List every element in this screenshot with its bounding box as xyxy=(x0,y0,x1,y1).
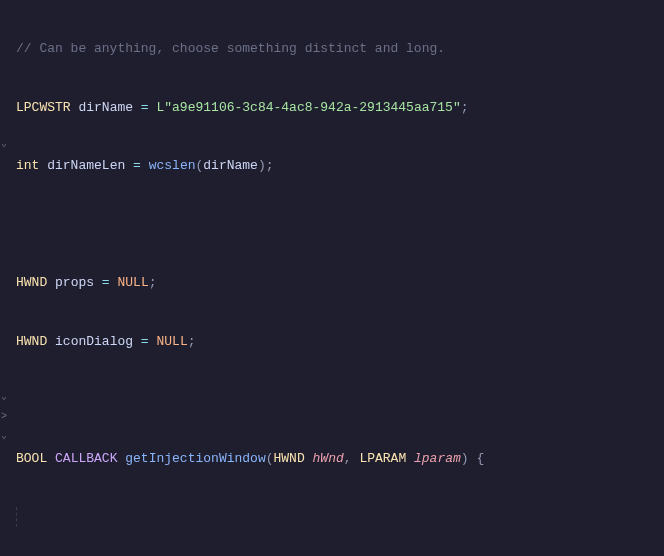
type-token: LPCWSTR xyxy=(16,98,71,118)
code-line[interactable]: // Can be anything, choose something dis… xyxy=(16,39,664,59)
code-line[interactable]: HWND props = NULL; xyxy=(16,273,664,293)
operator: = xyxy=(102,273,110,293)
type-token: HWND xyxy=(16,332,47,352)
code-line[interactable]: int dirNameLen = wcslen(dirName); xyxy=(16,156,664,176)
code-content[interactable]: // Can be anything, choose something dis… xyxy=(14,0,664,556)
operator: = xyxy=(141,98,149,118)
fold-chevron-icon[interactable]: ⌄ xyxy=(1,389,7,404)
identifier: props xyxy=(55,273,94,293)
punct: ) xyxy=(258,156,266,176)
type-token: BOOL xyxy=(16,449,47,469)
fold-chevron-icon[interactable]: ⌄ xyxy=(1,428,7,443)
type-token: int xyxy=(16,156,39,176)
operator: = xyxy=(133,156,141,176)
code-editor[interactable]: ⌄ ⌄ > ⌄ // Can be anything, choose somet… xyxy=(0,0,664,556)
operator: = xyxy=(141,332,149,352)
type-token: LPARAM xyxy=(359,449,406,469)
keyword: CALLBACK xyxy=(55,449,117,469)
code-line[interactable]: HWND iconDialog = NULL; xyxy=(16,332,664,352)
comment: // Can be anything, choose something dis… xyxy=(16,39,445,59)
code-line[interactable] xyxy=(16,215,664,235)
punct: ; xyxy=(266,156,274,176)
constant: NULL xyxy=(117,273,148,293)
identifier: dirName xyxy=(78,98,133,118)
function-def: getInjectionWindow xyxy=(125,449,265,469)
folding-gutter: ⌄ ⌄ > ⌄ xyxy=(0,0,14,556)
punct: ; xyxy=(461,98,469,118)
type-token: HWND xyxy=(16,273,47,293)
punct: ; xyxy=(149,273,157,293)
identifier: dirName xyxy=(203,156,258,176)
punct: ( xyxy=(195,156,203,176)
param: lparam xyxy=(414,449,461,469)
type-token: HWND xyxy=(274,449,305,469)
punct: , xyxy=(344,449,352,469)
code-line[interactable] xyxy=(16,390,664,410)
brace: { xyxy=(476,449,484,469)
constant: NULL xyxy=(156,332,187,352)
param: hWnd xyxy=(313,449,344,469)
punct: ( xyxy=(266,449,274,469)
punct: ) xyxy=(461,449,469,469)
punct: ; xyxy=(188,332,196,352)
function-call: wcslen xyxy=(149,156,196,176)
identifier: iconDialog xyxy=(55,332,133,352)
fold-chevron-icon[interactable]: > xyxy=(1,409,7,424)
code-line[interactable]: BOOL CALLBACK getInjectionWindow(HWND hW… xyxy=(16,449,664,469)
identifier: dirNameLen xyxy=(47,156,125,176)
string-literal: L"a9e91106-3c84-4ac8-942a-2913445aa715" xyxy=(156,98,460,118)
fold-chevron-icon[interactable]: ⌄ xyxy=(1,136,7,151)
code-line[interactable]: LPCWSTR dirName = L"a9e91106-3c84-4ac8-9… xyxy=(16,98,664,118)
code-line[interactable] xyxy=(16,507,664,527)
